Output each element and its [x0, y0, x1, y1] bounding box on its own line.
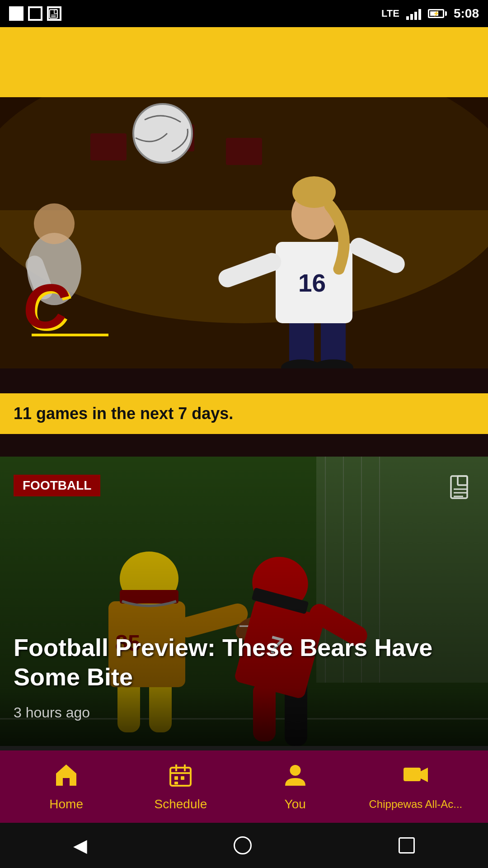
status-sd-icon: [47, 6, 61, 21]
svg-rect-61: [181, 776, 184, 780]
android-nav-bar: ◀: [0, 823, 488, 868]
clock: 5:08: [454, 6, 479, 21]
nav-chippewas[interactable]: Chippewas All-Ac...: [369, 763, 463, 811]
status-icon-2: [28, 6, 42, 21]
games-count-text: 11 games in the next 7 days.: [14, 404, 233, 423]
status-icon-1: [9, 6, 23, 21]
svg-rect-56: [170, 768, 191, 786]
recents-button[interactable]: [399, 837, 415, 854]
yellow-top-banner: [0, 27, 488, 97]
news-time: 3 hours ago: [14, 704, 90, 721]
sport-tag: FOOTBALL: [14, 475, 100, 496]
svg-rect-51: [451, 476, 467, 498]
you-icon: [283, 762, 308, 793]
schedule-label: Schedule: [155, 797, 207, 811]
lte-label: LTE: [381, 8, 399, 19]
svg-point-11: [34, 203, 75, 244]
video-icon: [402, 763, 429, 793]
status-right-info: LTE ⚡ 5:08: [381, 6, 479, 21]
signal-bar-1: [406, 16, 409, 20]
football-gradient-overlay: [0, 457, 488, 746]
dark-separator-2: [0, 434, 488, 457]
home-icon: [54, 762, 79, 793]
svg-rect-60: [174, 776, 178, 780]
nav-home[interactable]: Home: [26, 762, 107, 811]
chippewas-label: Chippewas All-Ac...: [369, 798, 463, 811]
svg-text:C: C: [23, 272, 69, 340]
hero-section[interactable]: 16 C C: [0, 97, 488, 368]
nav-schedule[interactable]: Schedule: [140, 762, 221, 811]
home-button[interactable]: [234, 836, 252, 854]
svg-rect-64: [404, 768, 421, 781]
signal-bar-4: [418, 9, 421, 20]
back-button[interactable]: ◀: [73, 835, 87, 856]
svg-rect-62: [174, 782, 178, 784]
dark-separator-1: [0, 368, 488, 393]
signal-strength: [406, 7, 421, 20]
svg-point-63: [290, 765, 300, 776]
nav-you[interactable]: You: [254, 762, 336, 811]
svg-point-23: [133, 104, 192, 163]
svg-rect-7: [90, 133, 127, 160]
svg-rect-52: [458, 476, 467, 485]
cmu-logo: C C: [18, 272, 117, 341]
status-left-icons: [9, 6, 61, 21]
news-title: Football Preview: These Bears Have Some …: [14, 633, 474, 692]
you-label: You: [285, 797, 306, 811]
games-banner: 11 games in the next 7 days.: [0, 393, 488, 434]
battery-indicator: ⚡: [428, 9, 447, 18]
svg-text:16: 16: [298, 269, 326, 297]
news-article-icon[interactable]: [450, 475, 474, 504]
status-bar: LTE ⚡ 5:08: [0, 0, 488, 27]
svg-rect-9: [226, 138, 262, 165]
home-label: Home: [49, 797, 83, 811]
signal-bar-2: [410, 14, 413, 20]
news-card[interactable]: 85 7 FOOTBALL: [0, 457, 488, 746]
signal-bar-3: [414, 12, 417, 20]
bottom-nav: Home Schedule You: [0, 750, 488, 823]
schedule-icon: [168, 762, 193, 793]
